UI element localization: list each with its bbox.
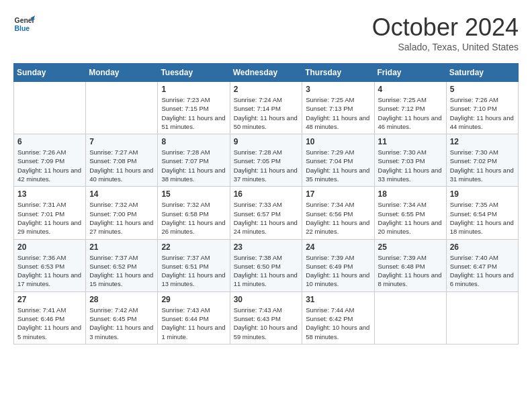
- day-info: Sunrise: 7:30 AM Sunset: 7:02 PM Dayligh…: [450, 148, 515, 183]
- calendar-cell: 17Sunrise: 7:34 AM Sunset: 6:56 PM Dayli…: [302, 187, 374, 239]
- calendar-cell: 13Sunrise: 7:31 AM Sunset: 7:01 PM Dayli…: [14, 187, 86, 239]
- day-info: Sunrise: 7:40 AM Sunset: 6:47 PM Dayligh…: [450, 253, 515, 289]
- calendar-cell: 21Sunrise: 7:37 AM Sunset: 6:52 PM Dayli…: [86, 239, 158, 291]
- day-info: Sunrise: 7:43 AM Sunset: 6:43 PM Dayligh…: [234, 306, 299, 341]
- day-info: Sunrise: 7:36 AM Sunset: 6:53 PM Dayligh…: [17, 253, 82, 289]
- day-info: Sunrise: 7:38 AM Sunset: 6:50 PM Dayligh…: [234, 253, 299, 289]
- day-number: 29: [161, 295, 226, 304]
- calendar-cell: 19Sunrise: 7:35 AM Sunset: 6:54 PM Dayli…: [446, 187, 518, 239]
- calendar-cell: 9Sunrise: 7:28 AM Sunset: 7:05 PM Daylig…: [230, 134, 302, 187]
- day-number: 11: [378, 137, 443, 146]
- calendar-cell: 14Sunrise: 7:32 AM Sunset: 7:00 PM Dayli…: [86, 187, 158, 239]
- day-number: 25: [378, 242, 443, 252]
- calendar-cell: 16Sunrise: 7:33 AM Sunset: 6:57 PM Dayli…: [230, 187, 302, 239]
- calendar-cell: 7Sunrise: 7:27 AM Sunset: 7:08 PM Daylig…: [86, 134, 158, 187]
- calendar-header-thursday: Thursday: [302, 64, 374, 82]
- day-info: Sunrise: 7:42 AM Sunset: 6:45 PM Dayligh…: [89, 306, 154, 341]
- calendar-cell: [374, 291, 446, 344]
- day-number: 9: [234, 137, 299, 146]
- day-info: Sunrise: 7:26 AM Sunset: 7:10 PM Dayligh…: [450, 95, 515, 131]
- day-info: Sunrise: 7:25 AM Sunset: 7:13 PM Dayligh…: [306, 95, 370, 131]
- calendar-cell: 30Sunrise: 7:43 AM Sunset: 6:43 PM Dayli…: [230, 291, 302, 344]
- day-info: Sunrise: 7:37 AM Sunset: 6:52 PM Dayligh…: [89, 253, 154, 289]
- day-number: 20: [17, 242, 82, 252]
- calendar-cell: 15Sunrise: 7:32 AM Sunset: 6:58 PM Dayli…: [158, 187, 230, 239]
- calendar-cell: 3Sunrise: 7:25 AM Sunset: 7:13 PM Daylig…: [302, 82, 374, 134]
- calendar-cell: 11Sunrise: 7:30 AM Sunset: 7:03 PM Dayli…: [374, 134, 446, 187]
- day-number: 24: [306, 242, 370, 252]
- day-info: Sunrise: 7:30 AM Sunset: 7:03 PM Dayligh…: [378, 148, 443, 183]
- calendar-cell: [86, 82, 158, 134]
- day-number: 7: [89, 137, 154, 146]
- calendar-cell: 2Sunrise: 7:24 AM Sunset: 7:14 PM Daylig…: [230, 82, 302, 134]
- day-number: 5: [450, 85, 515, 94]
- calendar-cell: 29Sunrise: 7:43 AM Sunset: 6:44 PM Dayli…: [158, 291, 230, 344]
- calendar-cell: [446, 291, 518, 344]
- day-number: 10: [306, 137, 370, 146]
- calendar-header-tuesday: Tuesday: [158, 64, 230, 82]
- day-number: 17: [306, 189, 370, 199]
- day-info: Sunrise: 7:35 AM Sunset: 6:54 PM Dayligh…: [450, 200, 515, 236]
- day-info: Sunrise: 7:33 AM Sunset: 6:57 PM Dayligh…: [234, 200, 299, 236]
- svg-text:Blue: Blue: [15, 25, 30, 32]
- calendar-header-wednesday: Wednesday: [230, 64, 302, 82]
- day-number: 19: [450, 189, 515, 199]
- calendar-cell: 12Sunrise: 7:30 AM Sunset: 7:02 PM Dayli…: [446, 134, 518, 187]
- day-number: 27: [17, 295, 82, 304]
- location: Salado, Texas, United States: [372, 42, 519, 52]
- calendar-cell: 22Sunrise: 7:37 AM Sunset: 6:51 PM Dayli…: [158, 239, 230, 291]
- day-info: Sunrise: 7:24 AM Sunset: 7:14 PM Dayligh…: [234, 95, 299, 131]
- calendar-cell: 28Sunrise: 7:42 AM Sunset: 6:45 PM Dayli…: [86, 291, 158, 344]
- day-number: 23: [234, 242, 299, 252]
- day-info: Sunrise: 7:25 AM Sunset: 7:12 PM Dayligh…: [378, 95, 443, 131]
- calendar-week-5: 27Sunrise: 7:41 AM Sunset: 6:46 PM Dayli…: [14, 291, 519, 344]
- calendar-cell: 26Sunrise: 7:40 AM Sunset: 6:47 PM Dayli…: [446, 239, 518, 291]
- day-info: Sunrise: 7:26 AM Sunset: 7:09 PM Dayligh…: [17, 148, 82, 183]
- calendar-cell: 5Sunrise: 7:26 AM Sunset: 7:10 PM Daylig…: [446, 82, 518, 134]
- day-number: 30: [234, 295, 299, 304]
- calendar-cell: 1Sunrise: 7:23 AM Sunset: 7:15 PM Daylig…: [158, 82, 230, 134]
- day-number: 22: [161, 242, 226, 252]
- calendar-cell: 4Sunrise: 7:25 AM Sunset: 7:12 PM Daylig…: [374, 82, 446, 134]
- day-info: Sunrise: 7:41 AM Sunset: 6:46 PM Dayligh…: [17, 306, 82, 341]
- calendar-cell: 6Sunrise: 7:26 AM Sunset: 7:09 PM Daylig…: [14, 134, 86, 187]
- calendar-header-saturday: Saturday: [446, 64, 518, 82]
- calendar-cell: [14, 82, 86, 134]
- calendar-week-2: 6Sunrise: 7:26 AM Sunset: 7:09 PM Daylig…: [14, 134, 519, 187]
- day-number: 6: [17, 137, 82, 146]
- day-number: 2: [234, 85, 299, 94]
- day-number: 12: [450, 137, 515, 146]
- calendar-week-4: 20Sunrise: 7:36 AM Sunset: 6:53 PM Dayli…: [14, 239, 519, 291]
- day-info: Sunrise: 7:34 AM Sunset: 6:55 PM Dayligh…: [378, 200, 443, 236]
- day-info: Sunrise: 7:32 AM Sunset: 6:58 PM Dayligh…: [161, 200, 226, 236]
- day-number: 26: [450, 242, 515, 252]
- calendar-cell: 27Sunrise: 7:41 AM Sunset: 6:46 PM Dayli…: [14, 291, 86, 344]
- calendar-header-friday: Friday: [374, 64, 446, 82]
- calendar-cell: 10Sunrise: 7:29 AM Sunset: 7:04 PM Dayli…: [302, 134, 374, 187]
- day-info: Sunrise: 7:31 AM Sunset: 7:01 PM Dayligh…: [17, 200, 82, 236]
- day-info: Sunrise: 7:28 AM Sunset: 7:05 PM Dayligh…: [234, 148, 299, 183]
- calendar-cell: 18Sunrise: 7:34 AM Sunset: 6:55 PM Dayli…: [374, 187, 446, 239]
- calendar-week-3: 13Sunrise: 7:31 AM Sunset: 7:01 PM Dayli…: [14, 187, 519, 239]
- day-number: 14: [89, 189, 154, 199]
- day-number: 8: [161, 137, 226, 146]
- day-number: 28: [89, 295, 154, 304]
- day-number: 21: [89, 242, 154, 252]
- calendar-table: SundayMondayTuesdayWednesdayThursdayFrid…: [13, 63, 519, 345]
- day-number: 1: [161, 85, 226, 94]
- day-number: 4: [378, 85, 443, 94]
- day-info: Sunrise: 7:43 AM Sunset: 6:44 PM Dayligh…: [161, 306, 226, 341]
- calendar-header-monday: Monday: [86, 64, 158, 82]
- calendar-header-sunday: Sunday: [14, 64, 86, 82]
- calendar-cell: 20Sunrise: 7:36 AM Sunset: 6:53 PM Dayli…: [14, 239, 86, 291]
- day-info: Sunrise: 7:34 AM Sunset: 6:56 PM Dayligh…: [306, 200, 370, 236]
- day-number: 16: [234, 189, 299, 199]
- day-info: Sunrise: 7:28 AM Sunset: 7:07 PM Dayligh…: [161, 148, 226, 183]
- calendar-cell: 8Sunrise: 7:28 AM Sunset: 7:07 PM Daylig…: [158, 134, 230, 187]
- calendar-week-1: 1Sunrise: 7:23 AM Sunset: 7:15 PM Daylig…: [14, 82, 519, 134]
- day-info: Sunrise: 7:32 AM Sunset: 7:00 PM Dayligh…: [89, 200, 154, 236]
- page-header: General Blue October 2024 Salado, Texas,…: [13, 13, 519, 52]
- day-number: 18: [378, 189, 443, 199]
- calendar-cell: 24Sunrise: 7:39 AM Sunset: 6:49 PM Dayli…: [302, 239, 374, 291]
- day-info: Sunrise: 7:23 AM Sunset: 7:15 PM Dayligh…: [161, 95, 226, 131]
